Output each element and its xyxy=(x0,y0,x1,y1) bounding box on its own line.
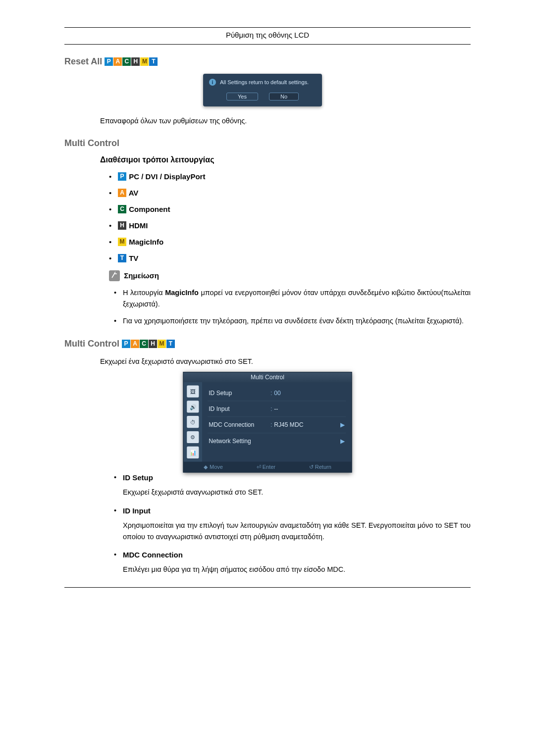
mode-item-hdmi: H HDMI xyxy=(118,221,471,230)
note-icon xyxy=(109,270,120,281)
multi-control-heading: Multi Control xyxy=(64,138,471,149)
osd-sidebar-icon: ⏱ xyxy=(187,416,199,428)
c-icon: C xyxy=(118,205,126,213)
reset-desc: Επαναφορά όλων των ρυθμίσεων της οθόνης. xyxy=(100,115,471,126)
modes-subtitle: Διαθέσιμοι τρόποι λειτουργίας xyxy=(100,155,471,164)
def-desc: Εκχωρεί ξεχωριστά αναγνωριστικά στο SET. xyxy=(123,487,471,498)
a-icon: A xyxy=(118,189,126,197)
p-icon: P xyxy=(118,172,126,181)
dialog-yes-button[interactable]: Yes xyxy=(226,93,258,101)
def-item: MDC Connection Επιλέγει μια θύρα για τη … xyxy=(123,551,471,575)
reset-all-heading: Reset All PACHMT xyxy=(64,56,471,67)
osd-foot-move: ◆ Move xyxy=(204,464,223,470)
osd-row: ID Setup:00 xyxy=(208,386,346,402)
mode-item-tv: T TV xyxy=(118,254,471,262)
arrow-right-icon: ▶ xyxy=(340,421,345,428)
page-header: Ρύθμιση της οθόνης LCD xyxy=(64,31,471,44)
def-item: ID Input Χρησιμοποιείται για την επιλογή… xyxy=(123,506,471,543)
note-item-2: Για να χρησιμοποιήσετε την τηλεόραση, πρ… xyxy=(123,315,471,326)
osd-row: MDC Connection:RJ45 MDC▶ xyxy=(208,417,346,434)
osd-row: ID Input:-- xyxy=(208,402,346,417)
note-label: Σημείωση xyxy=(109,270,471,281)
h-icon: H xyxy=(131,57,140,66)
c-icon: C xyxy=(122,57,131,66)
multi-control2-heading: Multi Control PACHMT xyxy=(64,339,471,349)
t-icon: T xyxy=(118,254,126,262)
osd-sidebar-icon: 🔊 xyxy=(187,401,199,413)
a-icon: A xyxy=(131,340,139,348)
a-icon: A xyxy=(113,57,122,66)
mode-item-magicinfo: M MagicInfo xyxy=(118,238,471,246)
svg-rect-0 xyxy=(109,270,120,281)
t-icon: T xyxy=(149,57,158,66)
c-icon: C xyxy=(140,340,148,348)
osd-foot-return: ↺ Return xyxy=(309,464,331,470)
osd-sidebar-icon: 🖼 xyxy=(187,386,199,398)
osd-sidebar-icon: ⚙ xyxy=(187,431,199,443)
reset-dialog-image: i All Settings return to default setting… xyxy=(203,74,471,106)
mode-item-av: A AV xyxy=(118,189,471,197)
osd-sidebar-icon: 📊 xyxy=(187,447,199,458)
def-term: ID Setup xyxy=(123,473,471,482)
osd-foot-enter: ⏎ Enter xyxy=(257,464,275,470)
note-item-1: Η λειτουργία MagicInfo μπορεί να ενεργοπ… xyxy=(123,287,471,309)
mc2-intro: Εκχωρεί ένα ξεχωριστό αναγνωριστικό στο … xyxy=(100,356,471,367)
mode-item-component: C Component xyxy=(118,205,471,213)
def-desc: Χρησιμοποιείται για την επιλογή των λειτ… xyxy=(123,520,471,543)
mode-item-pc: P PC / DVI / DisplayPort xyxy=(118,172,471,181)
m-icon: M xyxy=(140,57,149,66)
arrow-right-icon: ▶ xyxy=(340,438,345,445)
p-icon: P xyxy=(105,57,113,66)
h-icon: H xyxy=(118,221,126,230)
def-item: ID Setup Εκχωρεί ξεχωριστά αναγνωριστικά… xyxy=(123,473,471,498)
info-icon: i xyxy=(209,79,216,86)
osd-row: Network Setting▶ xyxy=(208,434,346,450)
dialog-no-button[interactable]: No xyxy=(269,93,299,101)
m-icon: M xyxy=(118,238,126,246)
def-term: MDC Connection xyxy=(123,551,471,559)
def-desc: Επιλέγει μια θύρα για τη λήψη σήματος ει… xyxy=(123,564,471,575)
def-term: ID Input xyxy=(123,506,471,515)
p-icon: P xyxy=(122,340,130,348)
dialog-text: All Settings return to default settings. xyxy=(220,79,309,85)
t-icon: T xyxy=(166,340,175,348)
osd-screenshot: Multi Control 🖼 🔊 ⏱ ⚙ 📊 ID Setup:00 ID I… xyxy=(183,372,352,473)
osd-title: Multi Control xyxy=(184,372,352,382)
m-icon: M xyxy=(158,340,166,348)
h-icon: H xyxy=(149,340,157,348)
